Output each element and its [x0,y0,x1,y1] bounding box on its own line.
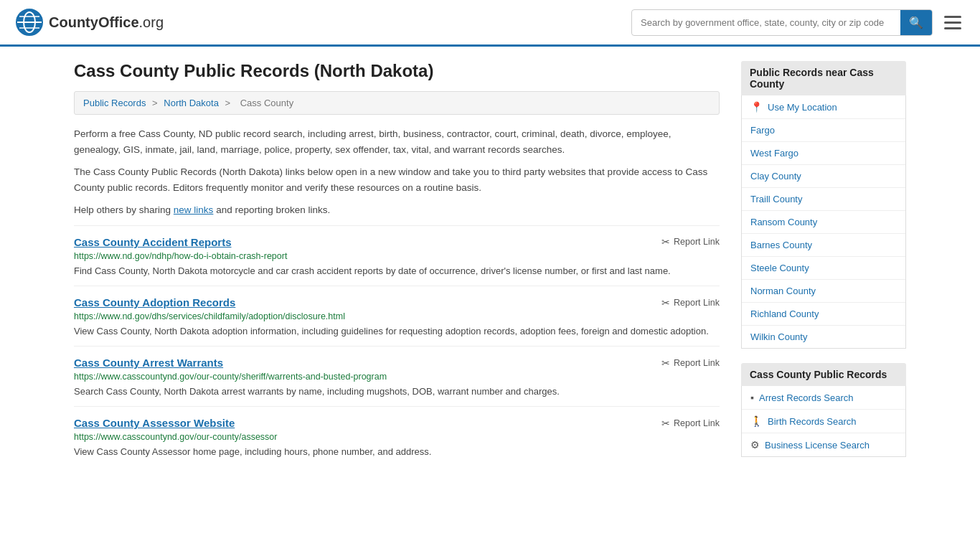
description-1: Perform a free Cass County, ND public re… [74,126,720,157]
record-entry: Cass County Adoption Records ✂ Report Li… [74,286,720,346]
search-button[interactable]: 🔍 [900,10,932,35]
sidebar-nearby-item[interactable]: Ransom County [742,211,905,234]
record-type-link[interactable]: Arrest Records Search [759,392,854,403]
sidebar-nearby-item[interactable]: Steele County [742,257,905,280]
hamburger-line-2 [944,22,961,24]
sidebar-nearby-item[interactable]: Wilkin County [742,326,905,348]
hamburger-line-3 [944,27,961,29]
record-header: Cass County Arrest Warrants ✂ Report Lin… [74,357,720,369]
breadcrumb-public-records[interactable]: Public Records [83,98,146,108]
report-icon: ✂ [661,418,670,429]
sidebar-nearby-item[interactable]: Traill County [742,188,905,211]
report-icon: ✂ [661,236,670,248]
record-url: https://www.casscountynd.gov/our-county/… [74,372,720,382]
record-entry: Cass County Assessor Website ✂ Report Li… [74,406,720,466]
sidebar-nearby-item[interactable]: Norman County [742,280,905,303]
record-header: Cass County Adoption Records ✂ Report Li… [74,296,720,309]
breadcrumb-separator-1: > [152,98,160,108]
nearby-link[interactable]: Barnes County [742,234,905,256]
record-type-icon: 🚶 [750,415,763,427]
breadcrumb-separator-2: > [225,98,233,108]
nearby-link[interactable]: Richland County [742,303,905,325]
report-link-label: Report Link [674,237,720,247]
header: CountyOffice.org 🔍 [0,0,980,47]
report-link-button[interactable]: ✂ Report Link [661,236,720,248]
description-3: Help others by sharing new links and rep… [74,202,720,218]
content-area: Cass County Public Records (North Dakota… [74,61,720,467]
sidebar-nearby-item[interactable]: Clay County [742,165,905,188]
record-header: Cass County Assessor Website ✂ Report Li… [74,417,720,429]
description-2: The Cass County Public Records (North Da… [74,164,720,195]
record-entry: Cass County Arrest Warrants ✂ Report Lin… [74,346,720,406]
record-links-list: ▪ Arrest Records Search 🚶 Birth Records … [741,386,906,457]
location-pin-icon: 📍 [750,101,763,113]
sidebar-nearby-item[interactable]: Richland County [742,303,905,326]
search-input[interactable] [632,11,900,34]
nearby-link[interactable]: Ransom County [742,211,905,233]
record-url: https://www.casscountynd.gov/our-county/… [74,432,720,442]
breadcrumb-north-dakota[interactable]: North Dakota [164,98,219,108]
record-desc: Search Cass County, North Dakota arrest … [74,385,720,399]
nearby-link[interactable]: Clay County [742,165,905,187]
logo-icon [14,7,44,37]
nearby-link[interactable]: West Fargo [742,142,905,164]
record-type-icon: ⚙ [750,439,760,451]
report-icon: ✂ [661,357,670,369]
nearby-section-title: Public Records near Cass County [741,61,906,95]
search-bar: 🔍 [631,9,933,36]
nearby-link[interactable]: Steele County [742,257,905,279]
main-container: Cass County Public Records (North Dakota… [60,47,920,481]
sidebar-record-item[interactable]: 🚶 Birth Records Search [742,410,905,433]
report-link-button[interactable]: ✂ Report Link [661,297,720,309]
nearby-link[interactable]: Norman County [742,280,905,302]
records-container: Cass County Accident Reports ✂ Report Li… [74,225,720,467]
record-type-link[interactable]: Business License Search [765,440,870,451]
page-title: Cass County Public Records (North Dakota… [74,61,720,81]
record-type-icon: ▪ [750,392,754,403]
sidebar-use-location[interactable]: 📍 Use My Location [742,95,905,119]
sidebar-nearby-item[interactable]: West Fargo [742,142,905,165]
records-section-title: Cass County Public Records [741,363,906,386]
record-url: https://www.nd.gov/ndhp/how-do-i-obtain-… [74,251,720,261]
nearby-list: 📍 Use My Location FargoWest FargoClay Co… [741,95,906,349]
sidebar-record-item[interactable]: ⚙ Business License Search [742,433,905,456]
record-desc: View Cass County Assessor home page, inc… [74,445,720,459]
record-desc: View Cass County, North Dakota adoption … [74,324,720,339]
nearby-link[interactable]: Wilkin County [742,326,905,348]
nearby-link[interactable]: Traill County [742,188,905,210]
breadcrumb: Public Records > North Dakota > Cass Cou… [74,91,720,115]
hamburger-menu-button[interactable] [940,11,966,34]
record-title-link[interactable]: Cass County Arrest Warrants [74,357,223,369]
report-link-button[interactable]: ✂ Report Link [661,357,720,369]
record-title-link[interactable]: Cass County Assessor Website [74,417,235,429]
use-location-link[interactable]: 📍 Use My Location [742,95,905,118]
report-link-label: Report Link [674,358,720,368]
record-header: Cass County Accident Reports ✂ Report Li… [74,236,720,248]
new-links-link[interactable]: new links [174,204,214,215]
logo-text: CountyOffice.org [49,14,164,31]
record-type-link[interactable]: Birth Records Search [768,416,857,427]
report-link-label: Report Link [674,418,720,428]
sidebar-nearby-item[interactable]: Fargo [742,119,905,142]
record-desc: Find Cass County, North Dakota motorcycl… [74,264,720,278]
record-entry: Cass County Accident Reports ✂ Report Li… [74,225,720,286]
report-link-button[interactable]: ✂ Report Link [661,418,720,429]
logo: CountyOffice.org [14,7,164,37]
sidebar: Public Records near Cass County 📍 Use My… [741,61,906,467]
sidebar-record-item[interactable]: ▪ Arrest Records Search [742,386,905,410]
record-title-link[interactable]: Cass County Adoption Records [74,296,235,309]
report-link-label: Report Link [674,298,720,308]
record-url: https://www.nd.gov/dhs/services/childfam… [74,311,720,321]
breadcrumb-cass-county: Cass County [240,98,293,108]
sidebar-nearby-item[interactable]: Barnes County [742,234,905,257]
hamburger-line-1 [944,16,961,18]
report-icon: ✂ [661,297,670,309]
record-title-link[interactable]: Cass County Accident Reports [74,236,232,248]
header-right: 🔍 [631,9,966,36]
nearby-link[interactable]: Fargo [742,119,905,141]
